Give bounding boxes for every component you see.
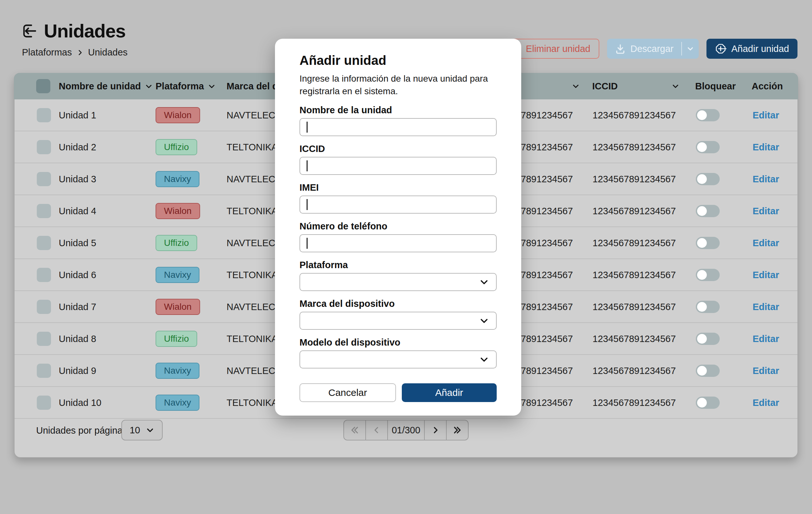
sort-chevron-icon — [672, 82, 679, 90]
edit-link[interactable]: Editar — [753, 238, 779, 248]
add-unit-modal: Añadir unidad Ingrese la información de … — [275, 39, 521, 416]
download-split-button: Descargar — [607, 39, 699, 59]
column-header-block: Bloquear — [695, 81, 736, 92]
breadcrumb-platforms[interactable]: Plataformas — [22, 47, 72, 58]
input-numero-de-telefono[interactable] — [299, 234, 497, 252]
block-toggle[interactable] — [696, 365, 720, 377]
row-checkbox[interactable] — [37, 396, 51, 410]
per-page-select[interactable]: 10 — [121, 420, 163, 441]
platform-badge: Uffizio — [155, 331, 197, 347]
chevron-down-icon — [146, 426, 154, 434]
edit-link[interactable]: Editar — [753, 110, 779, 120]
toggle-knob — [697, 238, 707, 248]
unit-name: Unidad 1 — [59, 110, 96, 120]
column-header-platform[interactable]: Plataforma — [155, 81, 215, 92]
text-cursor — [307, 199, 308, 210]
prev-page-button[interactable] — [365, 420, 387, 440]
page-indicator: 01/300 — [387, 420, 424, 440]
platform-badge: Uffizio — [155, 235, 197, 251]
column-header-action: Acción — [752, 81, 783, 92]
input-iccid[interactable] — [299, 157, 497, 175]
back-icon[interactable] — [21, 23, 37, 39]
edit-link[interactable]: Editar — [753, 365, 779, 376]
row-checkbox[interactable] — [37, 204, 51, 218]
block-toggle[interactable] — [696, 397, 720, 409]
breadcrumb: Plataformas Unidades — [22, 47, 127, 58]
block-toggle[interactable] — [696, 301, 720, 313]
block-toggle[interactable] — [696, 141, 720, 153]
input-imei[interactable] — [299, 195, 497, 214]
row-checkbox[interactable] — [37, 236, 51, 250]
toggle-knob — [697, 270, 707, 280]
input-nombre-de-la-unidad[interactable] — [299, 118, 497, 136]
iccid-value: 1234567891234567 — [592, 333, 676, 344]
unit-name: Unidad 4 — [59, 206, 96, 216]
field-label-numero-de-telefono: Número de teléfono — [299, 221, 497, 232]
download-icon — [615, 43, 626, 54]
block-toggle[interactable] — [696, 333, 720, 345]
units-page: Unidades Plataformas Unidades Eliminar u… — [0, 0, 812, 514]
column-header-iccid[interactable]: ICCID — [592, 81, 618, 92]
unit-name: Unidad 9 — [59, 365, 96, 376]
block-toggle[interactable] — [696, 269, 720, 281]
edit-link[interactable]: Editar — [753, 333, 779, 344]
row-checkbox[interactable] — [37, 300, 51, 314]
platform-badge: Navixy — [155, 395, 199, 411]
modal-title: Añadir unidad — [299, 53, 497, 68]
last-page-button[interactable] — [446, 420, 468, 440]
platform-badge: Wialon — [155, 299, 200, 315]
block-toggle[interactable] — [696, 109, 720, 121]
edit-link[interactable]: Editar — [753, 206, 779, 216]
download-menu-button[interactable] — [682, 39, 699, 59]
unit-name: Unidad 5 — [59, 238, 96, 248]
unit-name: Unidad 6 — [59, 269, 96, 280]
cancel-button[interactable]: Cancelar — [299, 383, 396, 402]
chevron-right-icon — [431, 426, 440, 435]
sort-chevron-icon — [572, 82, 580, 90]
select-marca-del-dispositivo[interactable] — [299, 312, 497, 330]
column-header-phone[interactable] — [568, 82, 580, 90]
select-modelo-del-dispositivo[interactable] — [299, 351, 497, 368]
unit-name: Unidad 3 — [59, 174, 96, 184]
platform-badge: Wialon — [155, 203, 200, 219]
chevron-down-icon — [479, 316, 489, 326]
plus-octagon-icon — [715, 43, 726, 55]
add-unit-button[interactable]: Añadir unidad — [706, 39, 798, 59]
iccid-value: 1234567891234567 — [592, 206, 676, 216]
download-button[interactable]: Descargar — [607, 39, 681, 59]
submit-add-button[interactable]: Añadir — [402, 383, 497, 402]
edit-link[interactable]: Editar — [753, 269, 779, 280]
text-cursor — [307, 238, 308, 249]
toggle-knob — [697, 174, 707, 184]
next-page-button[interactable] — [424, 420, 446, 440]
iccid-value: 1234567891234567 — [592, 174, 676, 184]
column-header-name[interactable]: Nombre de unidad — [59, 81, 153, 92]
edit-link[interactable]: Editar — [753, 301, 779, 312]
row-checkbox[interactable] — [37, 268, 51, 282]
edit-link[interactable]: Editar — [753, 397, 779, 408]
row-checkbox[interactable] — [37, 172, 51, 186]
block-toggle[interactable] — [696, 173, 720, 185]
row-checkbox[interactable] — [37, 140, 51, 154]
block-toggle[interactable] — [696, 237, 720, 249]
edit-link[interactable]: Editar — [753, 142, 779, 152]
iccid-value: 1234567891234567 — [592, 142, 676, 152]
select-plataforma[interactable] — [299, 273, 497, 291]
row-checkbox[interactable] — [37, 108, 51, 122]
select-all-checkbox[interactable] — [36, 79, 50, 93]
toggle-knob — [697, 302, 707, 312]
unit-name: Unidad 2 — [59, 142, 96, 152]
sort-chevron-icon — [145, 82, 153, 90]
toggle-knob — [697, 142, 707, 152]
first-page-button[interactable] — [344, 420, 365, 440]
row-checkbox[interactable] — [37, 364, 51, 378]
platform-badge: Navixy — [155, 363, 199, 379]
field-label-nombre-de-la-unidad: Nombre de la unidad — [299, 104, 497, 116]
block-toggle[interactable] — [696, 205, 720, 217]
iccid-sort-chevron[interactable] — [672, 82, 679, 90]
edit-link[interactable]: Editar — [753, 174, 779, 184]
chevron-down-icon — [479, 277, 489, 287]
toolbar: Eliminar unidad Descargar — [503, 39, 798, 59]
text-cursor — [307, 122, 308, 132]
row-checkbox[interactable] — [37, 332, 51, 346]
